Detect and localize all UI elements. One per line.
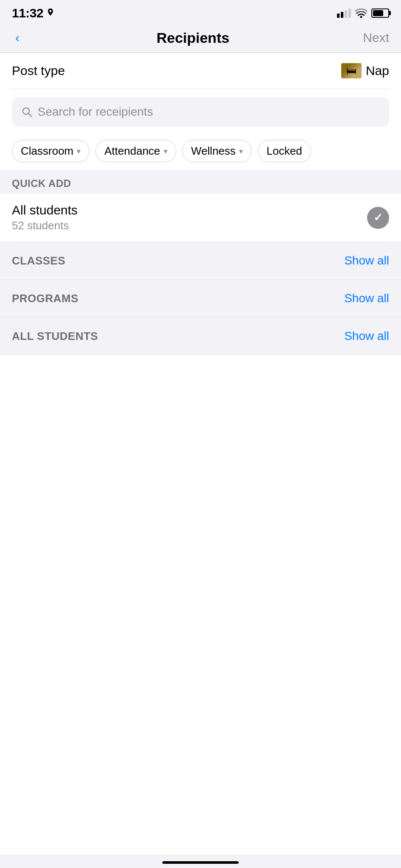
- location-icon: [47, 8, 54, 18]
- home-indicator: [0, 854, 401, 868]
- quick-add-section: QUICK ADD All students 52 students ✓: [0, 170, 401, 242]
- signal-icon: [337, 8, 351, 18]
- post-type-icon: [341, 63, 362, 78]
- all-students-info: All students 52 students: [12, 203, 78, 232]
- all-students-show-all-button[interactable]: Show all: [344, 329, 389, 343]
- status-bar: 11:32: [0, 0, 401, 24]
- all-students-row[interactable]: All students 52 students ✓: [0, 194, 401, 242]
- post-type-name: Nap: [366, 64, 389, 78]
- content-area: Post type Nap Classroom ▾ Attendance ▾ W…: [0, 53, 401, 854]
- programs-section-row: PROGRAMS Show all: [0, 280, 401, 317]
- all-students-count: 52 students: [12, 219, 78, 232]
- programs-section-title: PROGRAMS: [12, 292, 78, 305]
- sections-container: CLASSES Show all PROGRAMS Show all ALL S…: [0, 242, 401, 355]
- post-type-label: Post type: [12, 64, 65, 78]
- wellness-chip-label: Wellness: [191, 145, 236, 158]
- checkmark-icon: ✓: [373, 211, 383, 224]
- back-button[interactable]: ‹: [12, 29, 23, 47]
- classes-show-all-button[interactable]: Show all: [344, 254, 389, 267]
- classroom-chevron-icon: ▾: [77, 147, 81, 156]
- filter-chip-locked[interactable]: Locked: [258, 140, 311, 162]
- locked-chip-label: Locked: [267, 145, 302, 158]
- attendance-chevron-icon: ▾: [164, 147, 167, 156]
- home-bar: [162, 861, 239, 864]
- wellness-chevron-icon: ▾: [239, 147, 243, 156]
- svg-line-1: [28, 114, 32, 117]
- search-container: [0, 89, 401, 135]
- search-bar[interactable]: [12, 97, 389, 126]
- search-input[interactable]: [38, 105, 380, 119]
- next-button[interactable]: Next: [363, 31, 389, 45]
- checkmark-circle[interactable]: ✓: [367, 207, 389, 229]
- all-students-title: All students: [12, 203, 78, 217]
- post-type-row: Post type Nap: [0, 53, 401, 89]
- classroom-chip-label: Classroom: [21, 145, 73, 158]
- classes-section-row: CLASSES Show all: [0, 242, 401, 280]
- filter-chip-attendance[interactable]: Attendance ▾: [95, 140, 176, 162]
- classes-section-title: CLASSES: [12, 254, 65, 267]
- status-time: 11:32: [12, 6, 43, 20]
- filter-chips: Classroom ▾ Attendance ▾ Wellness ▾ Lock…: [0, 135, 401, 170]
- battery-icon: [371, 8, 389, 18]
- all-students-section-row: ALL STUDENTS Show all: [0, 317, 401, 355]
- quick-add-label: QUICK ADD: [12, 178, 71, 189]
- nav-header: ‹ Recipients Next: [0, 24, 401, 53]
- search-icon: [21, 106, 33, 118]
- post-type-value: Nap: [341, 63, 389, 78]
- all-students-section-title: ALL STUDENTS: [12, 330, 98, 343]
- filter-chip-wellness[interactable]: Wellness ▾: [182, 140, 252, 162]
- filter-chip-classroom[interactable]: Classroom ▾: [12, 140, 89, 162]
- wifi-icon: [355, 8, 367, 18]
- attendance-chip-label: Attendance: [104, 145, 160, 158]
- page-title: Recipients: [156, 30, 229, 46]
- quick-add-header: QUICK ADD: [0, 170, 401, 194]
- programs-show-all-button[interactable]: Show all: [344, 292, 389, 305]
- status-icons: [337, 8, 389, 18]
